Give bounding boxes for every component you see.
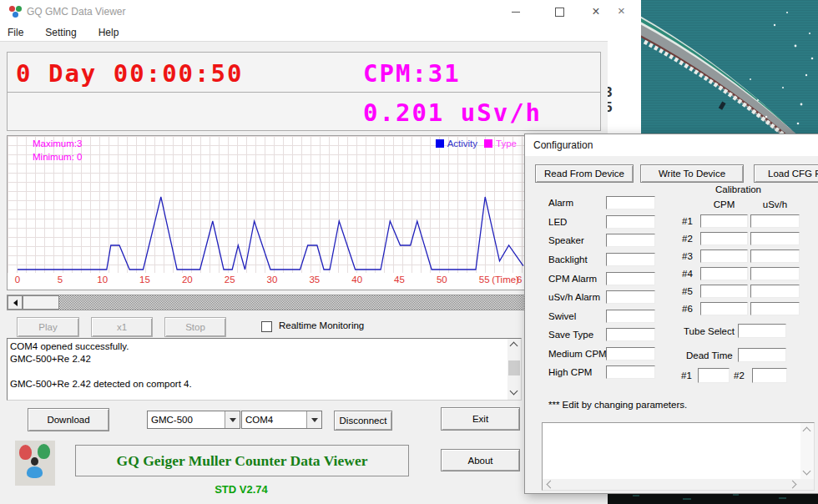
screen: × 3 5 GQ GMC Data Viewer × File Setting … <box>0 0 818 504</box>
calibration-usvh-header: uSv/h <box>750 199 800 209</box>
chart-maximum-label: Maximum:3 <box>33 139 82 149</box>
scroll-left-icon[interactable] <box>547 481 555 489</box>
calibration-cpm-input-3[interactable] <box>700 249 748 263</box>
dead-time-2-input[interactable] <box>752 368 787 383</box>
calibration-row-label-4: #4 <box>682 269 693 279</box>
app-logo-icon <box>8 5 22 18</box>
maximize-button[interactable] <box>541 0 578 23</box>
field-input-speaker[interactable] <box>606 234 655 247</box>
field-input-medium-cpm[interactable] <box>606 347 655 360</box>
legend-item-type: Type <box>484 139 517 149</box>
calibration-usvh-input-2[interactable] <box>750 232 800 245</box>
exit-button[interactable]: Exit <box>441 407 520 431</box>
calibration-cpm-input-2[interactable] <box>700 232 748 245</box>
config-vertical-scrollbar[interactable] <box>800 423 814 479</box>
calibration-usvh-input-5[interactable] <box>750 285 800 298</box>
disconnect-button[interactable]: Disconnect <box>334 411 392 431</box>
field-label-high-cpm: High CPM <box>548 367 592 377</box>
calibration-cpm-input-1[interactable] <box>700 214 748 228</box>
menu-setting[interactable]: Setting <box>45 27 76 38</box>
menu-bar: File Setting Help <box>0 23 608 42</box>
edit-note: *** Edit by changing parameters. <box>548 400 687 410</box>
field-label-medium-cpm: Medium CPM <box>548 349 607 359</box>
field-input-save-type[interactable] <box>606 328 655 341</box>
legend-label: Type <box>496 139 517 149</box>
tube-select-input[interactable] <box>738 324 786 338</box>
main-window: GQ GMC Data Viewer × File Setting Help 0… <box>0 0 608 504</box>
field-input-cpm-alarm[interactable] <box>606 272 655 285</box>
x-tick-label: 0 <box>15 275 20 285</box>
x-tick-label: 30 <box>267 275 278 285</box>
realtime-monitoring-checkbox[interactable] <box>261 321 272 332</box>
about-button[interactable]: About <box>441 449 520 471</box>
scroll-down-icon[interactable] <box>510 387 518 396</box>
field-input-swivel[interactable] <box>606 310 655 323</box>
calibration-cpm-input-5[interactable] <box>700 285 748 298</box>
calibration-usvh-input-6[interactable] <box>750 302 800 315</box>
legend-swatch <box>484 139 492 148</box>
chevron-down-icon[interactable] <box>225 411 240 428</box>
config-horizontal-scrollbar[interactable] <box>543 479 814 490</box>
x-tick-label: 45 <box>394 275 405 285</box>
tube-select-label: Tube Select <box>684 326 735 336</box>
window-title: GQ GMC Data Viewer <box>27 0 125 23</box>
load-cfg-button[interactable]: Load CFG Fr <box>754 164 818 183</box>
menu-help[interactable]: Help <box>98 27 119 38</box>
calibration-usvh-input-4[interactable] <box>750 267 800 280</box>
field-label-cpm-alarm: CPM Alarm <box>548 274 597 284</box>
realtime-monitoring-label: Realtime Monitoring <box>279 320 364 330</box>
scroll-right-icon[interactable] <box>789 481 797 489</box>
calibration-usvh-input-1[interactable] <box>750 214 800 228</box>
chart-line <box>8 136 600 273</box>
calibration-cpm-header: CPM <box>700 199 748 209</box>
configuration-textarea[interactable] <box>542 422 815 491</box>
log-scrollbar-thumb[interactable] <box>508 360 520 375</box>
field-input-high-cpm[interactable] <box>606 365 655 379</box>
dead-time-1-label: #1 <box>681 370 692 381</box>
brand-title-box: GQ Geiger Muller Counter Data Viewer <box>75 445 409 476</box>
stop-button[interactable]: Stop <box>164 317 226 337</box>
x-tick-label: 15 <box>139 275 150 285</box>
scroll-down-icon[interactable] <box>803 467 811 476</box>
calibration-cpm-input-6[interactable] <box>700 302 748 315</box>
field-input-alarm[interactable] <box>606 196 655 209</box>
write-to-device-button[interactable]: Write To Device <box>640 164 744 183</box>
scrollbar-thumb[interactable] <box>23 295 59 310</box>
calibration-usvh-input-3[interactable] <box>750 249 800 263</box>
close-button[interactable]: × <box>578 0 614 23</box>
chevron-down-icon[interactable] <box>306 411 321 428</box>
version-label: STD V2.74 <box>75 483 407 496</box>
scroll-up-icon[interactable] <box>803 427 811 436</box>
dead-time-input[interactable] <box>738 348 786 362</box>
read-from-device-button[interactable]: Read From Device <box>535 164 634 183</box>
log-textarea[interactable]: COM4 opened successfully. GMC-500+Re 2.4… <box>7 338 522 401</box>
field-label-usv-h-alarm: uSv/h Alarm <box>548 292 600 302</box>
dose-rate-value: 0.201 uSv/h <box>363 98 542 127</box>
speed-button[interactable]: x1 <box>91 317 153 337</box>
log-scrollbar[interactable] <box>507 339 521 400</box>
minimize-button[interactable] <box>497 0 534 23</box>
scrollbar-track[interactable] <box>23 295 585 310</box>
background-window-close-icon[interactable]: × <box>618 3 625 18</box>
chart-scrollbar[interactable] <box>7 295 601 310</box>
port-select[interactable]: COM4 <box>241 411 322 429</box>
configuration-window: Configuration Read From Device Write To … <box>524 134 818 494</box>
scroll-up-icon[interactable] <box>510 342 518 350</box>
scrollbar-left-arrow[interactable] <box>8 295 23 310</box>
x-axis-time-label: (Time) <box>492 275 519 285</box>
menu-file[interactable]: File <box>8 27 23 38</box>
cpm-value: CPM:31 <box>363 59 461 88</box>
chart-minimum-label: Minimum: 0 <box>33 152 82 162</box>
field-label-led: LED <box>548 217 567 227</box>
download-button[interactable]: Download <box>28 408 109 431</box>
field-input-backlight[interactable] <box>606 253 655 266</box>
calibration-cpm-input-4[interactable] <box>700 267 748 280</box>
model-select[interactable]: GMC-500 <box>147 411 240 429</box>
field-input-led[interactable] <box>606 215 655 229</box>
play-button[interactable]: Play <box>17 317 79 337</box>
dead-time-1-input[interactable] <box>698 368 730 383</box>
dead-time-2-label: #2 <box>734 370 745 381</box>
activity-chart: Maximum:3 Minimum: 0 ActivityType 051015… <box>7 135 601 290</box>
chart-x-axis: 0510152025303540455055(Time)6 <box>8 273 600 290</box>
field-input-usv-h-alarm[interactable] <box>606 290 655 304</box>
